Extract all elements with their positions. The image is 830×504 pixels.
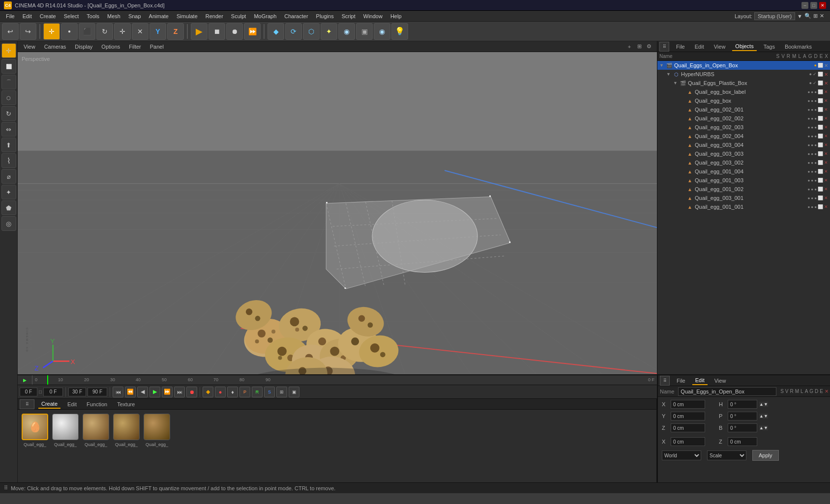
rotate-button[interactable]: ↻ xyxy=(96,23,113,40)
material-item-1[interactable]: 🥚 Quail_egg_ xyxy=(22,414,48,447)
current-frame-input[interactable] xyxy=(20,388,37,396)
tree-item-egg-9[interactable]: ▲ Quail_egg_001_004 ● ● ● ⬜ ✕ xyxy=(657,167,830,176)
prop-icon-r[interactable]: R xyxy=(790,389,794,394)
tool-rotate[interactable]: ↻ xyxy=(1,106,16,121)
menu-character[interactable]: Character xyxy=(280,12,312,20)
cube-button[interactable]: ◆ xyxy=(267,23,284,40)
select-button[interactable]: ● xyxy=(61,23,78,40)
prop-icon-m[interactable]: M xyxy=(795,389,799,394)
size-p-input[interactable] xyxy=(728,412,757,420)
menu-help[interactable]: Help xyxy=(386,12,406,20)
viewport-canvas[interactable]: Perspective xyxy=(18,52,657,374)
vp-icon-maximize[interactable]: ⊞ xyxy=(635,43,643,51)
rot-button[interactable]: R xyxy=(252,387,263,397)
layout-search-icon[interactable]: 🔍 xyxy=(804,13,811,19)
fps-value[interactable] xyxy=(68,388,86,396)
tool-bridge[interactable]: ⌀ xyxy=(1,169,16,184)
tree-item-root[interactable]: ▼ 🎬 Quail_Eggs_in_Open_Box ● ⬜ ✕ xyxy=(657,61,830,70)
menu-select[interactable]: Select xyxy=(60,12,83,20)
maximize-button[interactable]: □ xyxy=(810,2,817,9)
tree-item-egg-13[interactable]: ▲ Quail_egg_001_001 ● ● ● ⬜ ✕ xyxy=(657,202,830,211)
material-item-3[interactable]: Quail_egg_ xyxy=(83,414,109,447)
menu-snap[interactable]: Snap xyxy=(124,12,145,20)
menu-window[interactable]: Window xyxy=(359,12,386,20)
timeline-ruler[interactable]: 0 10 20 30 40 50 60 70 80 90 0 F xyxy=(32,375,657,385)
y-button[interactable]: Y xyxy=(149,23,166,40)
vp-icon-settings[interactable]: ⚙ xyxy=(645,43,653,51)
prev-frame-button[interactable]: ⏪ xyxy=(125,387,136,397)
tree-item-egg-6[interactable]: ▲ Quail_egg_003_004 ● ● ● ⬜ ✕ xyxy=(657,140,830,149)
menu-create[interactable]: Create xyxy=(36,12,60,20)
rpanel-tab-file[interactable]: File xyxy=(673,43,688,51)
mat-tab-create[interactable]: Create xyxy=(38,400,60,409)
layout-close-icon[interactable]: ✕ xyxy=(820,13,824,19)
mat-tab-function[interactable]: Function xyxy=(84,400,110,408)
render-button[interactable]: ▶ xyxy=(191,23,208,40)
view-menu-filter[interactable]: Filter xyxy=(125,43,145,51)
layout-expand-icon[interactable]: ⊞ xyxy=(813,13,818,19)
rpanel-tab-bookmarks[interactable]: Bookmarks xyxy=(782,43,815,51)
light-button[interactable]: ✦ xyxy=(321,23,337,40)
tree-item-egg-0[interactable]: ▲ Quail_egg_box_label ● ● ● ⬜ ✕ xyxy=(657,87,830,96)
nurbs-button[interactable]: ◉ xyxy=(374,23,390,40)
view-menu-panel[interactable]: Panel xyxy=(146,43,168,51)
redo-button[interactable]: ↪ xyxy=(20,23,36,40)
menu-mograph[interactable]: MoGraph xyxy=(250,12,280,20)
timeline-playhead[interactable] xyxy=(47,375,48,385)
camera-button[interactable]: ◉ xyxy=(338,23,355,40)
scale-button[interactable]: S xyxy=(264,387,275,397)
record-button[interactable]: ⏺ xyxy=(186,387,197,397)
view-menu-options[interactable]: Options xyxy=(97,43,124,51)
tool-select-lasso[interactable]: ⌒ xyxy=(1,75,16,89)
pos-y-input[interactable] xyxy=(671,412,705,420)
prop-icon-v[interactable]: V xyxy=(785,389,789,394)
b-stepper[interactable]: ▲▼ xyxy=(759,425,768,430)
param-button[interactable]: ⊞ xyxy=(276,387,287,397)
cylinder-button[interactable]: ⬡ xyxy=(303,23,320,40)
apply-button[interactable]: Apply xyxy=(752,450,779,461)
tree-item-hypernurbs[interactable]: ▼ ⬡ HyperNURBS ● ✓ ⬜ ✕ xyxy=(657,70,830,79)
view-menu-display[interactable]: Display xyxy=(71,43,96,51)
material-item-5[interactable]: Quail_egg_ xyxy=(144,414,170,447)
tool-knife[interactable]: ⌇ xyxy=(1,153,16,168)
layout-value[interactable]: Startup (User) xyxy=(754,12,795,20)
prop-icon-x[interactable]: ✕ xyxy=(825,389,829,394)
coord-type-select[interactable]: Scale Position Rotation xyxy=(707,450,746,460)
menu-render[interactable]: Render xyxy=(202,12,227,20)
tree-item-egg-8[interactable]: ▲ Quail_egg_003_002 ● ● ● ⬜ ✕ xyxy=(657,158,830,167)
delete-button[interactable]: ✕ xyxy=(132,23,148,40)
render-settings-button[interactable]: ⏹ xyxy=(208,23,225,40)
rpanel-bottom-tab-file[interactable]: File xyxy=(674,377,688,385)
tree-item-egg-3[interactable]: ▲ Quail_egg_002_002 ● ● ● ⬜ ✕ xyxy=(657,114,830,123)
menu-sculpt[interactable]: Sculpt xyxy=(227,12,250,20)
size-b-input[interactable] xyxy=(728,423,757,432)
prop-name-value[interactable]: Quail_Eggs_in_Open_Box xyxy=(678,387,776,396)
rpanel-bottom-tab-view[interactable]: View xyxy=(711,377,729,385)
scale-z2-input[interactable] xyxy=(728,437,757,446)
rpanel-tab-objects[interactable]: Objects xyxy=(732,42,756,51)
tree-item-egg-10[interactable]: ▲ Quail_egg_001_003 ● ● ● ⬜ ✕ xyxy=(657,176,830,185)
size-h-input[interactable] xyxy=(728,400,757,409)
motion-button[interactable]: ♦ xyxy=(227,387,238,397)
material-item-4[interactable]: Quail_egg_ xyxy=(113,414,140,447)
coord-space-select[interactable]: World Object Local xyxy=(662,450,701,460)
rpanel-bottom-handle[interactable]: ⠿ xyxy=(660,376,670,386)
goto-start-button[interactable]: ⏮ xyxy=(113,387,123,397)
tree-item-egg-12[interactable]: ▲ Quail_egg_003_001 ● ● ● ⬜ ✕ xyxy=(657,194,830,202)
mat-panel-handle[interactable]: ⠿ xyxy=(20,399,34,409)
mat-tab-texture[interactable]: Texture xyxy=(114,400,138,408)
end-frame[interactable] xyxy=(88,388,107,396)
rpanel-tab-tags[interactable]: Tags xyxy=(761,43,778,51)
light2-button[interactable]: 💡 xyxy=(391,23,408,40)
menu-simulate[interactable]: Simulate xyxy=(173,12,202,20)
tree-item-egg-5[interactable]: ▲ Quail_egg_002_004 ● ● ● ⬜ ✕ xyxy=(657,132,830,140)
tree-item-egg-1[interactable]: ▲ Quail_egg_box ● ● ● ⬜ ✕ xyxy=(657,96,830,105)
close-button[interactable]: ✕ xyxy=(819,2,826,9)
menu-mesh[interactable]: Mesh xyxy=(103,12,124,20)
menu-script[interactable]: Script xyxy=(338,12,359,20)
tool-paint[interactable]: ⬟ xyxy=(1,200,16,215)
play-backward-button[interactable]: ◀ xyxy=(137,387,148,397)
pos-z-input[interactable] xyxy=(671,423,705,432)
menu-tools[interactable]: Tools xyxy=(83,12,103,20)
menu-file[interactable]: File xyxy=(2,12,19,20)
